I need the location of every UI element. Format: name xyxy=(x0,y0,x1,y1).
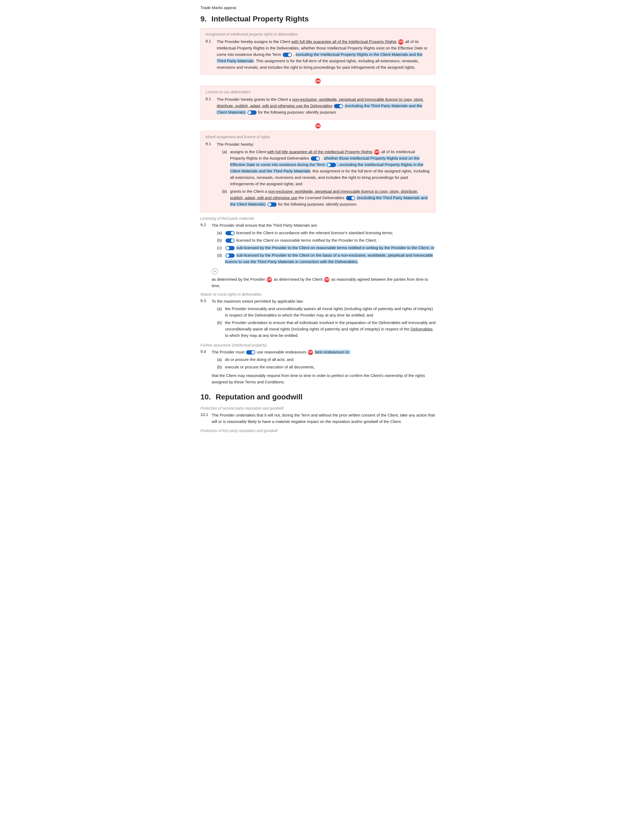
mixed-full-title: with full title guarantee all of the Int… xyxy=(267,150,373,154)
mixed-content: The Provider hereby: (a) assigns to the … xyxy=(217,141,430,208)
mixed-text-b: grants to the Client a non-exclusive, wo… xyxy=(230,188,430,207)
licensing-text-c: sub-licensed by the Provider to the Clie… xyxy=(225,245,434,251)
toggle-6[interactable] xyxy=(346,196,355,200)
assignment-clause-num: 9.1 xyxy=(206,38,214,43)
further-assurance-content: The Provider must use reasonable endeavo… xyxy=(212,349,436,385)
moral-rights-section: Waiver of moral rights in deliverables 9… xyxy=(200,292,436,340)
fa-label-b: (b) xyxy=(217,364,223,370)
mixed-highlight-a: whether those Intellectual Property Righ… xyxy=(230,156,423,173)
mixed-block: Mixed assignment and licence of rights 9… xyxy=(200,131,436,213)
licensing-third-list: (a) licensed to the Client in accordance… xyxy=(217,230,436,265)
moral-text-a: the Provider irrevocably and uncondition… xyxy=(225,306,436,318)
licensing-item-d: (d) sub-licensed by the Provider to the … xyxy=(217,252,436,265)
or-badge-divider-2: OR xyxy=(315,123,321,129)
mixed-text-a: assigns to the Client with full title gu… xyxy=(230,148,430,187)
or-badge-after-2: OR xyxy=(324,277,329,282)
licensing-text-b: licensed to the Client on reasonable ter… xyxy=(225,237,377,243)
top-text: Trade Marks appear. xyxy=(200,5,436,10)
toggle-9[interactable] xyxy=(225,238,235,243)
excluding-text-1: excluding the Intellectual Property Righ… xyxy=(217,52,422,63)
licensing-label-a: (a) xyxy=(217,230,223,236)
toggle-5[interactable] xyxy=(327,163,336,167)
licensing-text-a: licensed to the Client in accordance wit… xyxy=(225,230,394,236)
moral-label-a: (a) xyxy=(217,306,223,318)
moral-label-b: (b) xyxy=(217,319,223,339)
protection-second-content: The Provider undertakes that it will not… xyxy=(212,412,436,425)
licensing-label-b: (b) xyxy=(217,237,223,243)
moral-rights-num: 9.3 xyxy=(200,298,209,303)
further-assurance-section: Further assurance (intellectual property… xyxy=(200,343,436,385)
deliverables-underline: Deliverables xyxy=(411,327,433,331)
moral-item-a: (a) the Provider irrevocably and uncondi… xyxy=(217,306,436,318)
moral-rights-content: To the maximum extent permitted by appli… xyxy=(212,298,436,340)
assignment-row: 9.1 The Provider hereby assigns to the C… xyxy=(206,38,430,71)
protection-second-row: 10.1 The Provider undertakes that it wil… xyxy=(200,412,436,425)
toggle-7[interactable] xyxy=(268,202,277,207)
further-assurance-list: (a) do or procure the doing of all acts;… xyxy=(217,356,436,370)
mixed-label-b: (b) xyxy=(222,188,228,207)
section10-clauses: Protection of second party reputation an… xyxy=(200,406,436,433)
protection-second-num: 10.1 xyxy=(200,412,209,417)
fa-item-a: (a) do or procure the doing of all acts;… xyxy=(217,356,436,363)
section9-title: 9. Intellectual Property Rights xyxy=(200,15,436,23)
fa-text-a: do or procure the doing of all acts; and xyxy=(225,356,293,363)
mixed-item-b: (b) grants to the Client a non-exclusive… xyxy=(222,188,430,207)
or-badge-mixed-a: OR xyxy=(374,150,379,155)
toggle-2[interactable] xyxy=(334,104,343,108)
licensing-third-subtitle: Licensing of third party materials xyxy=(200,216,436,221)
licensing-item-b: (b) licensed to the Client on reasonable… xyxy=(217,237,436,243)
licence-subtitle: Licence to use deliverables xyxy=(206,90,430,94)
toggle-4[interactable] xyxy=(311,156,320,161)
licensing-highlight-c: sub-licensed by the Provider to the Clie… xyxy=(236,245,434,250)
licensing-item-c: (c) sub-licensed by the Provider to the … xyxy=(217,245,436,251)
identify-purposes-1: identify purposes xyxy=(306,110,336,114)
or-badge-after-1: OR xyxy=(267,277,272,282)
toggle-3[interactable] xyxy=(247,111,257,115)
further-assurance-num: 9.4 xyxy=(200,349,209,354)
after-list-text: as determined by the Provider OR as dete… xyxy=(212,276,436,289)
protection-first-subtitle: Protection of first party reputation and… xyxy=(200,429,436,433)
section9-num: 9. xyxy=(200,15,206,23)
licensing-third-content: The Provider shall ensure that the Third… xyxy=(212,222,436,289)
further-assurance-row: 9.4 The Provider must use reasonable end… xyxy=(200,349,436,385)
toggle-8[interactable] xyxy=(225,231,235,235)
licensing-text-d: sub-licensed by the Provider to the Clie… xyxy=(225,252,436,265)
section10-heading: Reputation and goodwill xyxy=(216,393,302,401)
licensing-label-c: (c) xyxy=(217,245,223,251)
licence-clause-num: 9.1 xyxy=(206,96,214,101)
further-assurance-subtitle: Further assurance (intellectual property… xyxy=(200,343,436,347)
best-endeavours-text: best endeavours to: xyxy=(315,350,350,354)
add-btn-container: + xyxy=(212,267,436,276)
add-button[interactable]: + xyxy=(212,268,218,275)
assignment-subtitle: Assignment of intellectual property righ… xyxy=(206,32,430,36)
assignment-block: Assignment of intellectual property righ… xyxy=(200,28,436,74)
mixed-label-a: (a) xyxy=(222,148,228,187)
mixed-row: 9.1 The Provider hereby: (a) assigns to … xyxy=(206,141,430,208)
or-divider-2: OR xyxy=(200,123,436,129)
toggle-12[interactable] xyxy=(246,350,255,355)
protection-second-subtitle: Protection of second party reputation an… xyxy=(200,406,436,411)
licensing-third-num: 9.2 xyxy=(200,222,209,227)
fa-text-b: execute or procure the execution of all … xyxy=(225,364,315,370)
licensing-third-row: 9.2 The Provider shall ensure that the T… xyxy=(200,222,436,289)
section9-heading: Intellectual Property Rights xyxy=(211,15,309,23)
toggle-1[interactable] xyxy=(283,53,292,57)
moral-text-b: the Provider undertakes to ensure that a… xyxy=(225,319,436,339)
licensing-highlight-d: sub-licensed by the Provider to the Clie… xyxy=(225,253,433,264)
licence-row: 9.1 The Provider hereby grants to the Cl… xyxy=(206,96,430,115)
moral-rights-row: 9.3 To the maximum extent permitted by a… xyxy=(200,298,436,340)
or-badge-1: OR xyxy=(398,39,403,45)
or-badge-fa: OR xyxy=(308,350,313,355)
mixed-item-a: (a) assigns to the Client with full titl… xyxy=(222,148,430,187)
toggle-11[interactable] xyxy=(225,253,235,258)
or-divider-1: OR xyxy=(200,78,436,84)
moral-rights-list: (a) the Provider irrevocably and uncondi… xyxy=(217,306,436,339)
licensing-item-a: (a) licensed to the Client in accordance… xyxy=(217,230,436,236)
toggle-10[interactable] xyxy=(225,246,235,250)
full-title-guarantee-text: with full title guarantee all of the Int… xyxy=(291,39,397,44)
fa-label-a: (a) xyxy=(217,356,223,363)
fa-item-b: (b) execute or procure the execution of … xyxy=(217,364,436,370)
section10-title: 10. Reputation and goodwill xyxy=(200,393,436,401)
mixed-sub-list: (a) assigns to the Client with full titl… xyxy=(222,148,430,207)
section10: 10. Reputation and goodwill Protection o… xyxy=(200,393,436,433)
